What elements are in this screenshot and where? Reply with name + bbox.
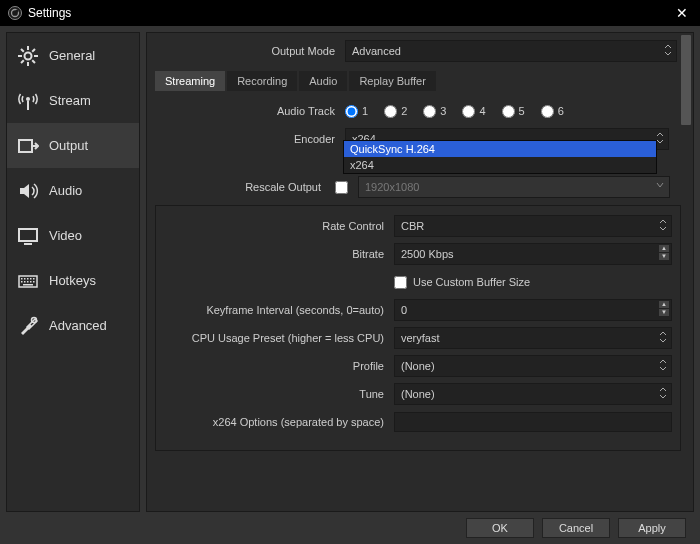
chevron-updown-icon <box>659 387 667 399</box>
cpu-preset-select[interactable]: veryfast <box>394 327 672 349</box>
chevron-updown-icon <box>659 331 667 343</box>
rate-control-row: Rate Control CBR <box>164 216 672 236</box>
svg-rect-19 <box>24 278 26 280</box>
encoder-dropdown[interactable]: QuickSync H.264 x264 <box>343 140 657 174</box>
rescale-value: 1920x1080 <box>365 181 419 193</box>
chevron-updown-icon <box>664 44 672 56</box>
svg-line-11 <box>32 49 35 52</box>
cpu-preset-label: CPU Usage Preset (higher = less CPU) <box>164 332 394 344</box>
encoder-option-quicksync[interactable]: QuickSync H.264 <box>344 141 656 157</box>
audio-track-1[interactable]: 1 <box>345 105 368 118</box>
custom-buffer-label: Use Custom Buffer Size <box>413 276 530 288</box>
svg-rect-18 <box>21 278 23 280</box>
tab-replay-buffer[interactable]: Replay Buffer <box>349 71 435 91</box>
keyboard-icon <box>17 270 39 292</box>
obs-logo-icon <box>8 6 22 20</box>
profile-select[interactable]: (None) <box>394 355 672 377</box>
spinner-icon[interactable]: ▲▼ <box>659 245 669 260</box>
scrollbar[interactable] <box>681 35 691 125</box>
radio-input[interactable] <box>384 105 397 118</box>
sidebar-item-stream[interactable]: Stream <box>7 78 139 123</box>
svg-rect-21 <box>30 278 32 280</box>
audio-track-label: Audio Track <box>155 105 345 117</box>
svg-point-2 <box>15 9 18 12</box>
svg-point-0 <box>9 7 22 20</box>
sidebar: General Stream Output Audio Video Hotkey… <box>6 32 140 512</box>
x264-opts-input[interactable] <box>394 412 672 432</box>
svg-line-8 <box>21 49 24 52</box>
rescale-select[interactable]: 1920x1080 <box>358 176 670 198</box>
sidebar-item-general[interactable]: General <box>7 33 139 78</box>
rate-control-select[interactable]: CBR <box>394 215 672 237</box>
keyframe-label: Keyframe Interval (seconds, 0=auto) <box>164 304 394 316</box>
chevron-down-icon <box>655 180 665 190</box>
output-icon <box>17 135 39 157</box>
close-icon[interactable]: ✕ <box>672 5 692 21</box>
audio-track-6[interactable]: 6 <box>541 105 564 118</box>
audio-track-4[interactable]: 4 <box>462 105 485 118</box>
main-panel: Output Mode Advanced Streaming Recording… <box>146 32 694 512</box>
svg-line-10 <box>21 60 24 63</box>
profile-row: Profile (None) <box>164 356 672 376</box>
svg-rect-26 <box>30 281 32 283</box>
window-title: Settings <box>28 6 672 20</box>
sidebar-item-audio[interactable]: Audio <box>7 168 139 213</box>
output-mode-value: Advanced <box>352 45 401 57</box>
audio-track-2[interactable]: 2 <box>384 105 407 118</box>
tune-row: Tune (None) <box>164 384 672 404</box>
bitrate-input[interactable]: 2500 Kbps ▲▼ <box>394 243 672 265</box>
tools-icon <box>17 315 39 337</box>
svg-point-12 <box>26 97 30 101</box>
footer: OK Cancel Apply <box>0 518 700 544</box>
audio-track-5[interactable]: 5 <box>502 105 525 118</box>
keyframe-input[interactable]: 0 ▲▼ <box>394 299 672 321</box>
radio-input[interactable] <box>423 105 436 118</box>
encoder-label: Encoder <box>155 133 345 145</box>
radio-input[interactable] <box>345 105 358 118</box>
svg-point-3 <box>25 52 32 59</box>
tune-label: Tune <box>164 388 394 400</box>
output-mode-select[interactable]: Advanced <box>345 40 677 62</box>
sidebar-item-label: Output <box>49 138 88 153</box>
custom-buffer-row: Use Custom Buffer Size <box>164 272 672 292</box>
chevron-updown-icon <box>659 359 667 371</box>
radio-input[interactable] <box>502 105 515 118</box>
ok-button[interactable]: OK <box>466 518 534 538</box>
sidebar-item-hotkeys[interactable]: Hotkeys <box>7 258 139 303</box>
spinner-icon[interactable]: ▲▼ <box>659 301 669 316</box>
svg-rect-24 <box>24 281 26 283</box>
gear-icon <box>17 45 39 67</box>
output-tabs: Streaming Recording Audio Replay Buffer <box>155 71 681 91</box>
sidebar-item-label: Audio <box>49 183 82 198</box>
sidebar-item-output[interactable]: Output <box>7 123 139 168</box>
rescale-row: Rescale Output 1920x1080 <box>155 177 681 197</box>
svg-rect-15 <box>19 229 37 241</box>
bitrate-label: Bitrate <box>164 248 394 260</box>
svg-rect-27 <box>33 281 35 283</box>
apply-button[interactable]: Apply <box>618 518 686 538</box>
encoder-settings-group: Rate Control CBR Bitrate 2500 Kbps ▲▼ <box>155 205 681 451</box>
sidebar-item-video[interactable]: Video <box>7 213 139 258</box>
tab-audio[interactable]: Audio <box>299 71 347 91</box>
sidebar-item-advanced[interactable]: Advanced <box>7 303 139 348</box>
cancel-button[interactable]: Cancel <box>542 518 610 538</box>
encoder-option-x264[interactable]: x264 <box>344 157 656 173</box>
svg-rect-28 <box>23 284 33 286</box>
tab-streaming[interactable]: Streaming <box>155 71 225 91</box>
monitor-icon <box>17 225 39 247</box>
tab-recording[interactable]: Recording <box>227 71 297 91</box>
rescale-checkbox[interactable] <box>335 181 348 194</box>
custom-buffer-checkbox[interactable] <box>394 276 407 289</box>
speaker-icon <box>17 180 39 202</box>
radio-input[interactable] <box>462 105 475 118</box>
svg-rect-25 <box>27 281 29 283</box>
svg-rect-22 <box>33 278 35 280</box>
tune-select[interactable]: (None) <box>394 383 672 405</box>
svg-rect-14 <box>19 140 32 152</box>
radio-input[interactable] <box>541 105 554 118</box>
keyframe-row: Keyframe Interval (seconds, 0=auto) 0 ▲▼ <box>164 300 672 320</box>
svg-line-9 <box>32 60 35 63</box>
audio-track-3[interactable]: 3 <box>423 105 446 118</box>
profile-label: Profile <box>164 360 394 372</box>
rescale-label: Rescale Output <box>155 181 331 193</box>
